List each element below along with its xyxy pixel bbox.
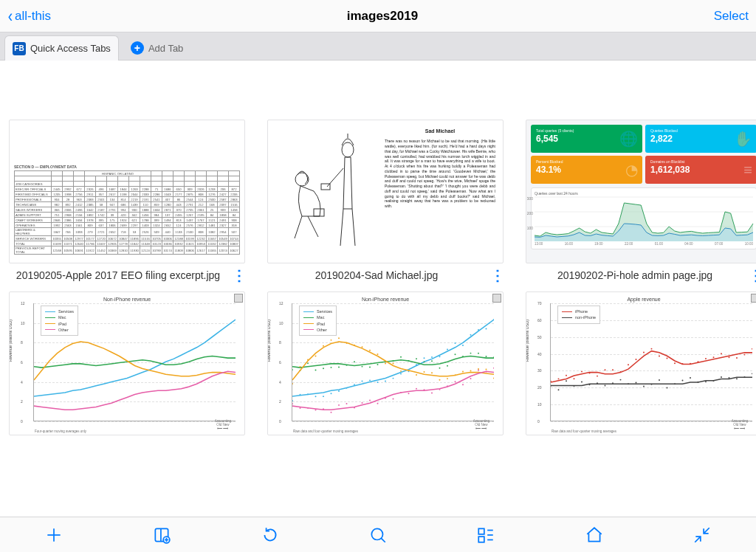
add-tab-label: Add Tab xyxy=(148,43,183,54)
story-title: Sad Michael xyxy=(385,128,495,134)
svg-point-96 xyxy=(292,403,293,404)
svg-line-3 xyxy=(352,209,355,246)
svg-point-76 xyxy=(346,342,348,344)
sort-button[interactable] xyxy=(476,525,495,545)
svg-point-81 xyxy=(385,362,386,364)
svg-point-116 xyxy=(447,385,448,387)
svg-point-156 xyxy=(597,382,598,384)
svg-point-16 xyxy=(300,394,301,396)
thumb-heading: SECTION D — EMPLOYMENT DATA xyxy=(14,165,240,169)
stat-card: Queries Blocked2,822✋ xyxy=(645,125,756,153)
file-cell: Non-iPhone revenueRevenue (billions USD)… xyxy=(264,291,506,435)
svg-point-142 xyxy=(698,361,699,362)
svg-rect-6 xyxy=(314,209,324,216)
chart-legend: ServicesMaciPadOther xyxy=(299,306,337,336)
svg-point-82 xyxy=(393,362,394,364)
svg-point-125 xyxy=(566,375,567,376)
svg-point-57 xyxy=(408,360,410,362)
back-label: all-this xyxy=(15,9,51,24)
add-tab-button[interactable]: + Add Tab xyxy=(123,35,190,61)
svg-point-118 xyxy=(462,384,464,385)
svg-point-50 xyxy=(354,361,355,362)
svg-point-69 xyxy=(292,383,293,384)
chevron-left-icon: ‹ xyxy=(8,7,13,25)
svg-point-111 xyxy=(408,393,410,394)
svg-point-99 xyxy=(315,410,317,411)
svg-point-83 xyxy=(400,370,402,372)
svg-point-172 xyxy=(721,376,722,378)
pihole-chart: Queries over last 24 hours 300200100 13:… xyxy=(531,187,756,249)
svg-point-112 xyxy=(416,388,417,390)
select-button[interactable]: Select xyxy=(714,9,749,24)
svg-point-62 xyxy=(447,365,448,367)
file-thumbnail[interactable]: Total queries (5 clients)6,545🌐Queries B… xyxy=(526,120,756,263)
svg-point-20 xyxy=(331,393,332,394)
file-cell: Sad Michael There was no reason for Mich… xyxy=(264,120,506,281)
svg-point-130 xyxy=(605,369,606,370)
svg-point-49 xyxy=(346,365,348,366)
svg-point-29 xyxy=(400,373,402,374)
page-title: images2019 xyxy=(347,9,418,24)
search-button[interactable] xyxy=(368,525,388,545)
file-thumbnail[interactable]: Sad Michael There was no reason for Mich… xyxy=(267,120,504,263)
reload-button[interactable] xyxy=(261,525,280,545)
svg-point-55 xyxy=(393,360,394,362)
more-actions-button[interactable]: ⋮ xyxy=(230,272,248,278)
svg-point-151 xyxy=(558,389,560,390)
svg-point-48 xyxy=(338,367,340,368)
svg-point-87 xyxy=(431,372,433,373)
svg-point-165 xyxy=(667,387,668,388)
svg-point-70 xyxy=(300,366,301,368)
stat-card: Percent Blocked43.1%◔ xyxy=(531,156,642,184)
svg-point-47 xyxy=(331,367,332,368)
file-name: 20190202-Pi-hole admin page.jpg xyxy=(523,269,747,281)
svg-point-152 xyxy=(566,380,567,382)
file-thumbnail[interactable]: SECTION D — EMPLOYMENT DATA HISPANIC OR … xyxy=(9,120,245,263)
svg-point-141 xyxy=(690,363,691,365)
svg-point-109 xyxy=(393,399,394,400)
file-thumbnail[interactable]: Non-iPhone revenueRevenue (billions USD)… xyxy=(267,291,504,435)
svg-point-169 xyxy=(698,382,699,383)
svg-point-103 xyxy=(346,403,348,404)
file-cell: Total queries (5 clients)6,545🌐Queries B… xyxy=(523,120,756,281)
svg-text:200: 200 xyxy=(527,212,533,215)
svg-point-164 xyxy=(659,379,660,381)
file-name: 20190205-Apple 2017 EEO filing excerpt.j… xyxy=(6,269,230,281)
pihole-xticks: 13:0016:0019:0022:0001:0004:0007:0010:00 xyxy=(535,242,753,246)
svg-point-121 xyxy=(486,371,487,373)
file-thumbnail[interactable]: Non-iPhone revenueRevenue (billions USD)… xyxy=(9,291,245,435)
more-actions-button[interactable]: ⋮ xyxy=(747,272,756,278)
navbar: ‹ all-this images2019 Select xyxy=(0,0,756,32)
story-body: There was no reason for Michael to be sa… xyxy=(385,139,495,209)
svg-point-127 xyxy=(581,371,583,373)
pihole-chart-title: Queries over last 24 hours xyxy=(535,191,753,196)
more-actions-button[interactable]: ⋮ xyxy=(489,272,506,278)
svg-point-107 xyxy=(377,403,379,404)
svg-point-114 xyxy=(431,392,433,393)
svg-point-74 xyxy=(331,339,332,341)
tab-quick-access[interactable]: FB Quick Access Tabs xyxy=(4,35,119,61)
svg-point-34 xyxy=(439,356,441,357)
svg-point-173 xyxy=(729,377,730,379)
author-avatar-icon xyxy=(492,294,501,303)
svg-point-35 xyxy=(447,349,448,351)
svg-line-191 xyxy=(695,537,701,542)
svg-point-73 xyxy=(323,345,324,347)
svg-point-32 xyxy=(424,357,425,359)
svg-point-124 xyxy=(558,378,560,379)
svg-point-155 xyxy=(589,384,591,385)
bookmarks-button[interactable] xyxy=(152,525,171,545)
file-thumbnail[interactable]: Apple revenueRevenue (billions USD)01020… xyxy=(526,291,756,435)
new-button[interactable] xyxy=(44,525,63,545)
svg-point-63 xyxy=(455,353,456,355)
svg-point-171 xyxy=(713,380,715,382)
svg-point-174 xyxy=(736,378,738,379)
svg-text:100: 100 xyxy=(527,227,533,230)
svg-point-60 xyxy=(431,360,433,362)
home-button[interactable] xyxy=(585,525,604,545)
collapse-button[interactable] xyxy=(693,525,712,545)
svg-rect-186 xyxy=(479,537,485,542)
svg-point-33 xyxy=(431,356,433,358)
svg-point-146 xyxy=(729,356,730,358)
back-button[interactable]: ‹ all-this xyxy=(7,7,51,25)
